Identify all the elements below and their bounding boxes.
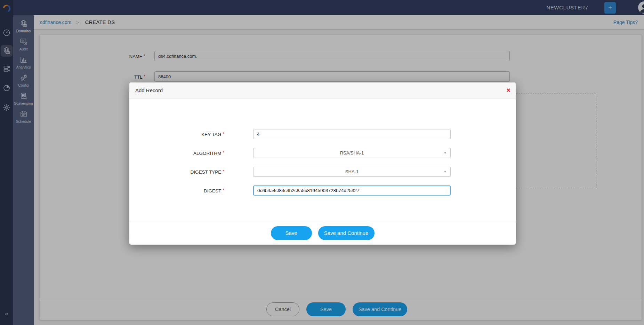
algorithm-select[interactable]: RSA/SHA-1 ▼ (253, 148, 451, 158)
digest-type-selected-value: SHA-1 (345, 169, 359, 174)
required-asterisk: * (223, 188, 224, 193)
required-asterisk: * (223, 150, 224, 155)
modal-header: Add Record ✕ (129, 82, 516, 98)
modal-save-button[interactable]: Save (271, 226, 312, 240)
digest-type-label: DIGEST TYPE* (129, 167, 224, 177)
keytag-label: KEY TAG* (129, 129, 224, 139)
algorithm-selected-value: RSA/SHA-1 (340, 150, 364, 156)
modal-title: Add Record (135, 82, 163, 98)
digest-input[interactable] (253, 185, 451, 196)
digest-type-row: DIGEST TYPE* SHA-1 ▼ (129, 167, 516, 177)
algorithm-row: ALGORITHM* RSA/SHA-1 ▼ (129, 148, 516, 158)
modal-save-and-continue-button[interactable]: Save and Continue (318, 226, 375, 240)
keytag-input[interactable] (253, 129, 451, 139)
chevron-down-icon: ▼ (444, 170, 446, 173)
chevron-down-icon: ▼ (444, 151, 446, 154)
digest-label: DIGEST* (129, 185, 224, 196)
digest-type-select[interactable]: SHA-1 ▼ (253, 167, 451, 177)
close-icon[interactable]: ✕ (506, 82, 511, 98)
required-asterisk: * (223, 132, 224, 136)
app-root: NEWCLUSTER7 + (0, 0, 644, 325)
algorithm-label: ALGORITHM* (129, 148, 224, 158)
digest-row: DIGEST* (129, 185, 516, 196)
add-record-modal: Add Record ✕ KEY TAG* ALGORITHM* RSA/SHA… (129, 82, 516, 245)
required-asterisk: * (223, 169, 224, 174)
keytag-row: KEY TAG* (129, 129, 516, 139)
modal-footer: Save Save and Continue (129, 221, 516, 245)
